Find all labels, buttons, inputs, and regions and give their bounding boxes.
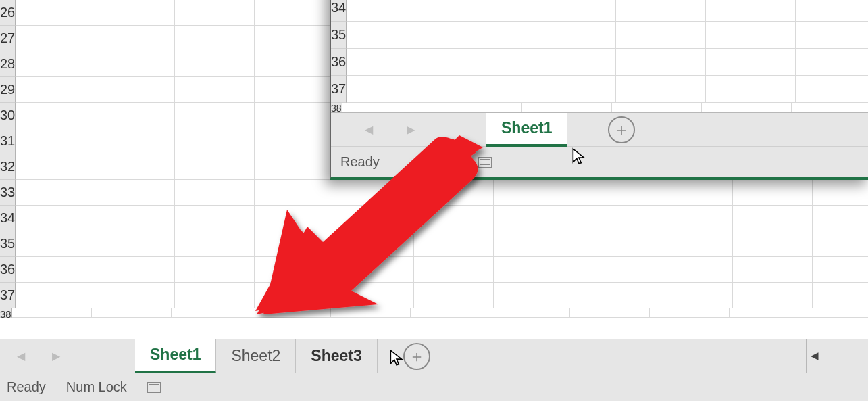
cell[interactable] xyxy=(573,206,653,231)
cell[interactable] xyxy=(616,0,706,22)
row-header[interactable]: 36 xyxy=(331,49,347,76)
cell[interactable] xyxy=(16,103,95,128)
cell[interactable] xyxy=(347,76,436,103)
row-header[interactable]: 35 xyxy=(331,22,347,49)
cell[interactable] xyxy=(255,231,334,257)
cell[interactable] xyxy=(16,180,95,206)
cell[interactable] xyxy=(16,257,95,283)
cell[interactable] xyxy=(494,231,573,257)
sheet-tab-1[interactable]: Sheet1 xyxy=(135,339,216,373)
cell[interactable] xyxy=(570,308,650,318)
cell[interactable] xyxy=(16,128,95,154)
cell[interactable] xyxy=(706,76,796,103)
cell[interactable] xyxy=(255,180,334,206)
cell[interactable] xyxy=(255,128,334,154)
cell[interactable] xyxy=(175,128,255,154)
cell[interactable] xyxy=(494,257,573,283)
cell[interactable] xyxy=(334,257,414,283)
cell[interactable] xyxy=(616,76,706,103)
cell[interactable] xyxy=(16,51,95,77)
row-header[interactable]: 28 xyxy=(0,51,16,77)
cell[interactable] xyxy=(733,257,813,283)
cell[interactable] xyxy=(172,308,251,318)
cell[interactable] xyxy=(347,49,436,76)
cell[interactable] xyxy=(653,206,733,231)
cell[interactable] xyxy=(813,283,868,308)
cell[interactable] xyxy=(733,180,813,206)
cell[interactable] xyxy=(95,154,175,180)
cell[interactable] xyxy=(16,0,95,26)
cell[interactable] xyxy=(653,231,733,257)
cell[interactable] xyxy=(526,22,616,49)
cell[interactable] xyxy=(175,154,255,180)
tab-nav-prev-icon[interactable]: ◀ xyxy=(17,350,25,362)
cell[interactable] xyxy=(255,154,334,180)
cell[interactable] xyxy=(436,76,526,103)
cell[interactable] xyxy=(616,22,706,49)
cell[interactable] xyxy=(255,257,334,283)
cell[interactable] xyxy=(334,180,414,206)
cell[interactable] xyxy=(796,22,868,49)
cell[interactable] xyxy=(255,283,334,308)
cell[interactable] xyxy=(175,206,255,231)
cell[interactable] xyxy=(813,206,868,231)
cell[interactable] xyxy=(796,49,868,76)
scroll-left-icon[interactable]: ◀ xyxy=(811,350,819,362)
cell[interactable] xyxy=(573,283,653,308)
tab-nav-next-icon[interactable]: ▶ xyxy=(407,123,415,136)
cell[interactable] xyxy=(95,257,175,283)
row-header[interactable]: 37 xyxy=(0,283,16,308)
cell[interactable] xyxy=(175,26,255,51)
cell[interactable] xyxy=(175,257,255,283)
cell[interactable] xyxy=(175,0,255,26)
row-header[interactable]: 26 xyxy=(0,0,16,26)
cell[interactable] xyxy=(494,206,573,231)
cell[interactable] xyxy=(706,0,796,22)
cell[interactable] xyxy=(334,206,414,231)
cell[interactable] xyxy=(255,51,334,77)
cell[interactable] xyxy=(522,103,612,112)
cell[interactable] xyxy=(175,103,255,128)
cell[interactable] xyxy=(16,154,95,180)
cell[interactable] xyxy=(175,77,255,103)
sheet-tab-2[interactable]: Sheet2 xyxy=(216,339,296,373)
cell[interactable] xyxy=(347,22,436,49)
cell[interactable] xyxy=(809,308,868,318)
cell[interactable] xyxy=(255,206,334,231)
row-header[interactable]: 34 xyxy=(331,0,347,22)
macro-record-icon[interactable] xyxy=(147,382,161,393)
add-sheet-button[interactable]: ＋ xyxy=(608,116,635,143)
macro-record-icon[interactable] xyxy=(478,157,492,168)
cell[interactable] xyxy=(95,128,175,154)
cell[interactable] xyxy=(334,231,414,257)
row-header[interactable]: 33 xyxy=(0,180,16,206)
cell[interactable] xyxy=(16,77,95,103)
cell[interactable] xyxy=(702,103,792,112)
cell[interactable] xyxy=(334,283,414,308)
cell[interactable] xyxy=(251,308,331,318)
cell[interactable] xyxy=(436,49,526,76)
cell[interactable] xyxy=(653,257,733,283)
cell[interactable] xyxy=(347,0,436,22)
cell[interactable] xyxy=(255,26,334,51)
cell[interactable] xyxy=(95,206,175,231)
horizontal-scrollbar[interactable]: ◀ xyxy=(806,339,868,373)
row-header[interactable]: 32 xyxy=(0,154,16,180)
cell[interactable] xyxy=(733,206,813,231)
cell[interactable] xyxy=(706,49,796,76)
cell[interactable] xyxy=(342,103,432,112)
cell[interactable] xyxy=(95,283,175,308)
row-header[interactable]: 31 xyxy=(0,128,16,154)
cell[interactable] xyxy=(706,22,796,49)
cell[interactable] xyxy=(526,76,616,103)
cell[interactable] xyxy=(414,206,494,231)
cell[interactable] xyxy=(490,308,570,318)
tab-nav-prev-icon[interactable]: ◀ xyxy=(365,123,373,136)
row-header[interactable]: 37 xyxy=(331,76,347,103)
cell[interactable] xyxy=(255,0,334,26)
row-header[interactable]: 36 xyxy=(0,257,16,283)
cell[interactable] xyxy=(813,257,868,283)
cell[interactable] xyxy=(813,180,868,206)
cell[interactable] xyxy=(95,26,175,51)
cell[interactable] xyxy=(573,231,653,257)
